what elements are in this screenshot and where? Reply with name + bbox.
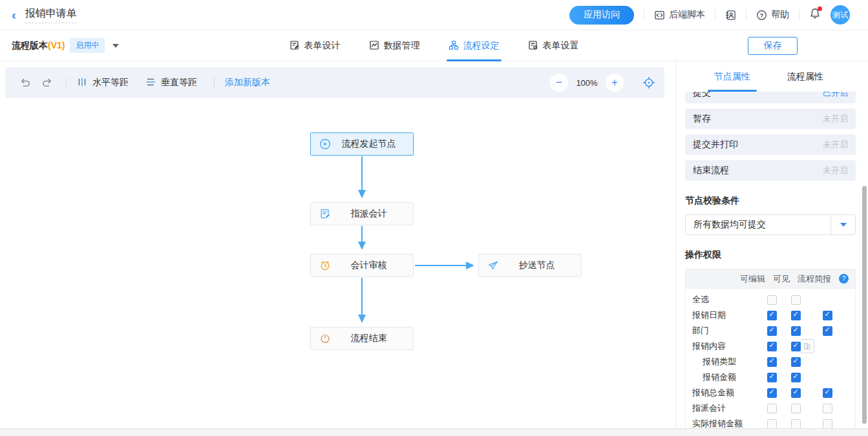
app-access-button[interactable]: 应用访问 — [569, 6, 634, 25]
field-label: 报销金额 — [692, 371, 759, 383]
checkbox-editable[interactable] — [767, 342, 777, 351]
header-actions: 应用访问 后端脚本 ? 帮助 — [569, 5, 850, 25]
form-design-icon — [290, 40, 300, 52]
node-cc[interactable]: 抄送节点 — [478, 254, 582, 277]
divider — [715, 10, 715, 20]
back-icon[interactable]: ‹ — [12, 8, 16, 21]
permission-row-expense-amount: 报销金额 — [686, 369, 855, 385]
backend-script-button[interactable]: 后端脚本 — [654, 9, 705, 21]
validation-select[interactable]: 所有数据均可提交 — [685, 214, 856, 235]
panel-tab-label: 流程属性 — [787, 71, 823, 83]
status-badge: 启用中 — [70, 38, 105, 53]
notification-bell-icon[interactable] — [809, 8, 821, 22]
page-scrollbar[interactable] — [862, 186, 867, 424]
tab-form-setting[interactable]: 表单设置 — [528, 30, 579, 61]
flow-canvas[interactable]: 水平等距 垂直等距 添加新版本 − 100% + — [0, 61, 675, 428]
checkbox-editable[interactable] — [767, 326, 777, 336]
toggle-status: 未开启 — [823, 139, 848, 151]
checkbox-visible[interactable] — [791, 404, 801, 413]
checkbox-editable[interactable] — [767, 404, 777, 413]
checkbox-report[interactable] — [823, 311, 832, 320]
version-switcher[interactable]: 流程版本(V1) 启用中 — [12, 38, 119, 53]
version-label: 流程版本(V1) — [12, 40, 65, 52]
node-assign-accountant[interactable]: 指派会计 — [310, 202, 414, 225]
column-visible: 可见 — [773, 273, 790, 285]
svg-text:?: ? — [760, 12, 764, 18]
toggle-status: 未开启 — [823, 113, 848, 125]
tab-node-properties[interactable]: 节点属性 — [708, 61, 757, 92]
permission-row-actual-expense-amount: 实际报销金额 — [686, 416, 855, 428]
locate-icon[interactable] — [642, 76, 655, 89]
toggle-item-submit-print[interactable]: 提交并打印 未开启 — [685, 134, 856, 155]
permission-row-assign-accountant: 指派会计 — [686, 400, 855, 416]
field-label: 全选 — [692, 294, 759, 306]
node-label: 流程结束 — [331, 333, 413, 344]
tab-data-manage[interactable]: 数据管理 — [369, 30, 420, 61]
field-label: 实际报销金额 — [692, 418, 759, 428]
code-icon — [654, 10, 665, 21]
checkbox-report[interactable] — [823, 326, 832, 336]
checkbox-visible[interactable] — [791, 295, 801, 305]
toggle-label: 结束流程 — [693, 165, 729, 176]
toggle-label: 提交 — [693, 92, 711, 99]
node-process-start[interactable]: 流程发起节点 — [310, 132, 414, 156]
tab-flow-setting[interactable]: 流程设定 — [449, 30, 500, 61]
checkbox-report[interactable] — [823, 388, 832, 398]
checkbox-visible[interactable] — [791, 388, 801, 398]
toggle-item-save-draft[interactable]: 暂存 未开启 — [685, 109, 856, 129]
subform-layout-icon[interactable] — [800, 339, 814, 353]
help-icon[interactable]: ? — [839, 274, 849, 284]
address-book-button[interactable] — [725, 10, 736, 21]
vertical-spacing-button[interactable]: 垂直等距 — [145, 77, 197, 89]
checkbox-editable[interactable] — [767, 373, 777, 382]
checkbox-editable[interactable] — [767, 419, 777, 429]
app-window: ‹ 报销申请单 应用访问 后端脚本 ? 帮助 — [0, 0, 868, 436]
tab-form-design[interactable]: 表单设计 — [290, 30, 341, 61]
checkbox-visible[interactable] — [791, 419, 801, 429]
toggle-item-end-flow[interactable]: 结束流程 未开启 — [685, 160, 856, 181]
tab-flow-properties[interactable]: 流程属性 — [781, 61, 830, 92]
permission-row-expense-type: 报销类型 — [686, 354, 855, 369]
zoom-in-button[interactable]: + — [606, 74, 624, 92]
clock-icon — [319, 260, 331, 271]
horizontal-spacing-button[interactable]: 水平等距 — [77, 77, 129, 89]
checkbox-editable[interactable] — [767, 295, 777, 305]
tab-label: 数据管理 — [384, 40, 420, 52]
save-button[interactable]: 保存 — [748, 37, 798, 55]
permissions-heading: 操作权限 — [685, 249, 856, 261]
power-icon — [319, 333, 331, 344]
chevron-down-icon[interactable] — [112, 44, 119, 48]
address-book-icon — [725, 10, 736, 21]
checkbox-visible[interactable] — [791, 373, 801, 382]
checkbox-editable[interactable] — [767, 388, 777, 398]
help-button[interactable]: ? 帮助 — [756, 9, 789, 21]
toggle-label: 提交并打印 — [693, 139, 738, 151]
play-icon — [319, 138, 331, 150]
checkbox-visible[interactable] — [791, 311, 801, 320]
vertical-spacing-label: 垂直等距 — [161, 77, 197, 88]
node-accountant-audit[interactable]: 会计审核 — [310, 254, 414, 277]
permissions-table: 可编辑 可见 流程简报 ? 全选 报销日期 — [685, 269, 856, 428]
checkbox-editable[interactable] — [767, 357, 777, 367]
node-label: 会计审核 — [331, 260, 413, 271]
redo-icon[interactable] — [39, 75, 56, 90]
dropdown-button[interactable] — [831, 215, 855, 234]
permissions-table-body: 全选 报销日期 部门 — [686, 289, 855, 428]
undo-icon[interactable] — [17, 75, 34, 90]
avatar[interactable]: 测试 — [831, 5, 850, 25]
field-label: 报销类型 — [692, 356, 759, 368]
checkbox-visible[interactable] — [791, 326, 801, 336]
checkbox-visible[interactable] — [791, 357, 801, 367]
node-process-end[interactable]: 流程结束 — [310, 327, 414, 350]
zoom-out-button[interactable]: − — [550, 74, 568, 92]
panel-scroll-area[interactable]: 提交 已开启 暂存 未开启 提交并打印 未开启 结束流程 未开启 节点校验条件 — [676, 92, 861, 428]
divider — [214, 77, 215, 88]
checkbox-report[interactable] — [823, 419, 832, 429]
main-area: 水平等距 垂直等距 添加新版本 − 100% + — [0, 61, 868, 428]
checkbox-visible[interactable] — [791, 342, 801, 351]
toggle-item-submit[interactable]: 提交 已开启 — [685, 92, 856, 103]
checkbox-editable[interactable] — [767, 311, 777, 320]
add-version-link[interactable]: 添加新版本 — [225, 77, 270, 88]
divider — [799, 10, 799, 20]
checkbox-report[interactable] — [823, 404, 832, 413]
